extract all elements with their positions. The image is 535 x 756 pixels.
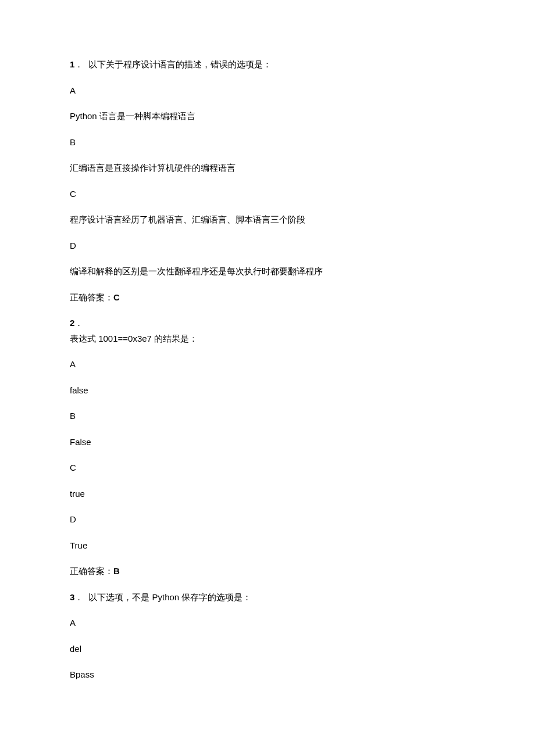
- q2-dot: ．: [74, 318, 88, 328]
- q3-opt-a-text: del: [70, 643, 471, 656]
- q2-opt-d-text: True: [70, 539, 471, 553]
- q1-opt-d-letter: D: [70, 239, 471, 253]
- q2-opt-d-letter: D: [70, 513, 471, 526]
- q3-opt-a-letter: A: [70, 617, 471, 630]
- q2-answer-value: B: [113, 566, 120, 576]
- q3-opt-b-line: Bpass: [70, 668, 471, 682]
- q1-answer-label: 正确答案：: [70, 292, 113, 302]
- q2-opt-c-text: true: [70, 488, 471, 501]
- q1-answer-line: 正确答案：C: [70, 291, 471, 304]
- q1-opt-d-text: 编译和解释的区别是一次性翻译程序还是每次执行时都要翻译程序: [70, 265, 471, 278]
- q2-answer-label: 正确答案：: [70, 566, 113, 576]
- q3-stem-line: 3．以下选项，不是 Python 保存字的选项是：: [70, 591, 471, 604]
- q1-opt-b-text: 汇编语言是直接操作计算机硬件的编程语言: [70, 162, 471, 175]
- q1-opt-c-letter: C: [70, 188, 471, 201]
- q1-opt-a-letter: A: [70, 84, 471, 98]
- q2-opt-b-letter: B: [70, 410, 471, 423]
- q2-number-line: 2．: [70, 317, 471, 330]
- q2-opt-a-letter: A: [70, 358, 471, 371]
- q2-opt-b-text: False: [70, 436, 471, 449]
- q2-answer-line: 正确答案：B: [70, 565, 471, 578]
- q1-stem: 以下关于程序设计语言的描述，错误的选项是：: [88, 59, 272, 69]
- q3-dot: ．: [74, 592, 88, 602]
- q2-opt-a-text: false: [70, 384, 471, 397]
- q2-opt-c-letter: C: [70, 461, 471, 475]
- q1-answer-value: C: [113, 292, 120, 302]
- q1-dot: ．: [74, 59, 88, 69]
- q1-opt-b-letter: B: [70, 136, 471, 149]
- q2-stem: 表达式 1001==0x3e7 的结果是：: [70, 332, 471, 346]
- q3-stem: 以下选项，不是 Python 保存字的选项是：: [88, 592, 251, 602]
- q1-stem-line: 1．以下关于程序设计语言的描述，错误的选项是：: [70, 58, 471, 71]
- q1-opt-c-text: 程序设计语言经历了机器语言、汇编语言、脚本语言三个阶段: [70, 213, 471, 227]
- q1-opt-a-text: Python 语言是一种脚本编程语言: [70, 110, 471, 123]
